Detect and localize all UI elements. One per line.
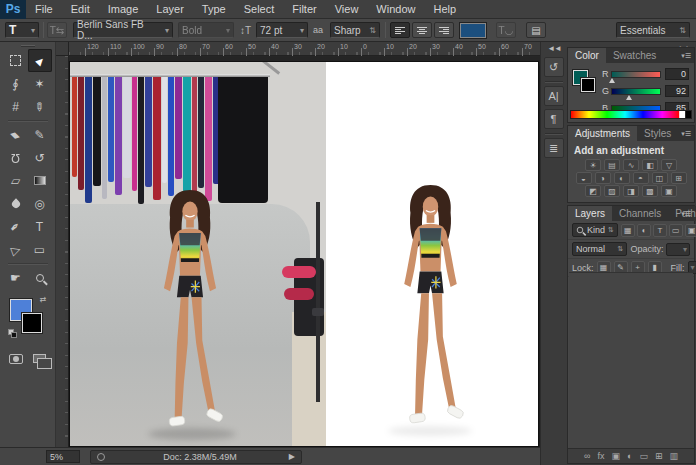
gradient-map-adjustment-icon[interactable]: ▩ [642, 185, 658, 197]
vibrance-adjustment-icon[interactable]: ▽ [661, 159, 677, 171]
anti-alias-select[interactable]: Sharp ⇅ [330, 22, 380, 38]
filter-adjustment-layers-icon[interactable]: ◐ [637, 224, 651, 237]
color-balance-adjustment-icon[interactable]: ◑ [595, 172, 611, 184]
menu-item-help[interactable]: Help [424, 3, 465, 15]
posterize-adjustment-icon[interactable]: ▨ [604, 185, 620, 197]
ruler-corner[interactable] [56, 42, 69, 56]
channel-value[interactable]: 92 [665, 85, 689, 97]
crop-tool[interactable]: # [4, 95, 28, 118]
dodge-tool[interactable]: ◎ [28, 192, 52, 215]
toggle-panels-button[interactable]: ▤ [526, 22, 546, 38]
filter-shape-layers-icon[interactable]: ▭ [669, 224, 683, 237]
magic-wand-tool[interactable]: ✶ [28, 72, 52, 95]
font-size-select[interactable]: 72 pt ▾ [256, 22, 308, 38]
zoom-tool[interactable] [28, 266, 52, 289]
brightness-contrast-adjustment-icon[interactable]: ☀ [585, 159, 601, 171]
tab-layers[interactable]: Layers [568, 206, 612, 221]
character-styles-panel-icon[interactable]: ≣ [544, 138, 564, 158]
new-adjustment-layer-icon[interactable]: ◐ [627, 450, 632, 463]
text-color-swatch[interactable] [460, 23, 486, 38]
blend-mode-select[interactable]: Normal ⇅ [572, 242, 627, 256]
align-right-button[interactable] [434, 22, 454, 38]
layer-filter-select[interactable]: Kind ⇅ [572, 223, 618, 237]
expand-panels-icon[interactable]: ◄◄ [547, 44, 561, 53]
panel-menu-icon[interactable]: ▾☰ [681, 52, 691, 60]
new-group-icon[interactable]: ▭ [639, 450, 648, 463]
link-layers-icon[interactable]: ∞ [584, 450, 590, 463]
tab-styles[interactable]: Styles [637, 126, 678, 141]
filter-type-layers-icon[interactable]: T [653, 224, 667, 237]
panel-background-swatch[interactable] [581, 78, 595, 92]
toolbar-grip[interactable] [21, 45, 35, 47]
eraser-tool[interactable]: ▱ [4, 169, 28, 192]
filter-smart-objects-icon[interactable]: ▣ [685, 224, 696, 237]
channel-value[interactable]: 0 [665, 68, 689, 80]
text-orientation-button[interactable]: T⇆ [47, 22, 67, 38]
channel-slider[interactable] [611, 71, 661, 78]
eyedropper-tool[interactable]: ✏ [28, 95, 52, 118]
menu-item-file[interactable]: File [26, 3, 62, 15]
exposure-adjustment-icon[interactable]: ◧ [642, 159, 658, 171]
color-lookup-adjustment-icon[interactable]: ⊞ [671, 172, 687, 184]
workspace-select[interactable]: Essentials ⇅ [616, 22, 690, 38]
color-spectrum-bar[interactable] [570, 110, 692, 119]
background-color-swatch[interactable] [22, 313, 42, 333]
tab-swatches[interactable]: Swatches [606, 48, 663, 63]
blur-tool[interactable] [4, 192, 28, 215]
photo-filter-adjustment-icon[interactable]: ◓ [633, 172, 649, 184]
layer-list[interactable] [569, 272, 693, 448]
menu-item-select[interactable]: Select [235, 3, 284, 15]
document-info-box[interactable]: Doc: 2.38M/5.49M ▶ [90, 450, 302, 464]
menu-item-filter[interactable]: Filter [283, 3, 325, 15]
panel-menu-icon[interactable]: ▾☰ [681, 130, 691, 138]
character-panel-icon[interactable]: A| [544, 86, 564, 106]
curves-adjustment-icon[interactable]: ∿ [623, 159, 639, 171]
menu-item-layer[interactable]: Layer [147, 3, 193, 15]
channel-slider[interactable] [611, 88, 661, 95]
align-left-button[interactable] [390, 22, 410, 38]
slider-thumb[interactable] [626, 95, 632, 100]
horizontal-ruler[interactable]: 1201101009080706050403020100102030405060… [69, 42, 540, 56]
rectangular-marquee-tool[interactable] [4, 49, 28, 72]
hand-tool[interactable]: ☛ [4, 266, 28, 289]
photoshop-logo[interactable]: Ps [0, 0, 26, 19]
tool-preset-picker[interactable]: T ▾ [5, 22, 39, 38]
rectangle-tool[interactable]: ▭ [28, 238, 52, 261]
opacity-field[interactable]: ▾ [666, 243, 690, 256]
gradient-tool[interactable] [28, 169, 52, 192]
menu-item-window[interactable]: Window [367, 3, 424, 15]
new-layer-icon[interactable]: ⊞ [655, 450, 663, 463]
panel-menu-icon[interactable]: ▾☰ [681, 210, 691, 218]
zoom-level-field[interactable]: 5% [46, 450, 80, 463]
black-and-white-adjustment-icon[interactable]: ◐ [614, 172, 630, 184]
warp-text-button[interactable]: T◡ [496, 22, 516, 38]
levels-adjustment-icon[interactable]: ▤ [604, 159, 620, 171]
font-family-select[interactable]: Berlin Sans FB D... ▾ [73, 22, 173, 38]
menu-item-image[interactable]: Image [99, 3, 148, 15]
history-panel-icon[interactable]: ↺ [544, 57, 564, 77]
lasso-tool[interactable]: ∮ [4, 72, 28, 95]
screen-mode-button[interactable] [28, 347, 52, 370]
slider-thumb[interactable] [609, 78, 615, 83]
document[interactable] [70, 62, 538, 446]
move-tool[interactable]: ► [28, 49, 52, 72]
threshold-adjustment-icon[interactable]: ◨ [623, 185, 639, 197]
type-tool[interactable]: T [28, 215, 52, 238]
add-layer-style-icon[interactable]: fx [597, 450, 604, 463]
default-colors-icon[interactable] [8, 329, 17, 338]
paragraph-panel-icon[interactable]: ¶ [544, 109, 564, 129]
font-style-select[interactable]: Bold ▾ [178, 22, 234, 38]
align-center-button[interactable] [412, 22, 432, 38]
tab-channels[interactable]: Channels [612, 206, 668, 221]
menu-item-edit[interactable]: Edit [62, 3, 99, 15]
menu-item-view[interactable]: View [326, 3, 368, 15]
filter-pixel-layers-icon[interactable]: ▦ [621, 224, 635, 237]
hue-saturation-adjustment-icon[interactable]: ◒ [576, 172, 592, 184]
history-brush-tool[interactable]: ↺ [28, 146, 52, 169]
swap-colors-icon[interactable]: ⇄ [40, 295, 47, 304]
delete-layer-icon[interactable]: ▥ [669, 450, 678, 463]
quick-mask-button[interactable] [4, 347, 28, 370]
path-selection-tool[interactable]: ▷ [4, 238, 28, 261]
vertical-ruler[interactable] [56, 56, 69, 447]
pen-tool[interactable]: ✒ [4, 215, 28, 238]
